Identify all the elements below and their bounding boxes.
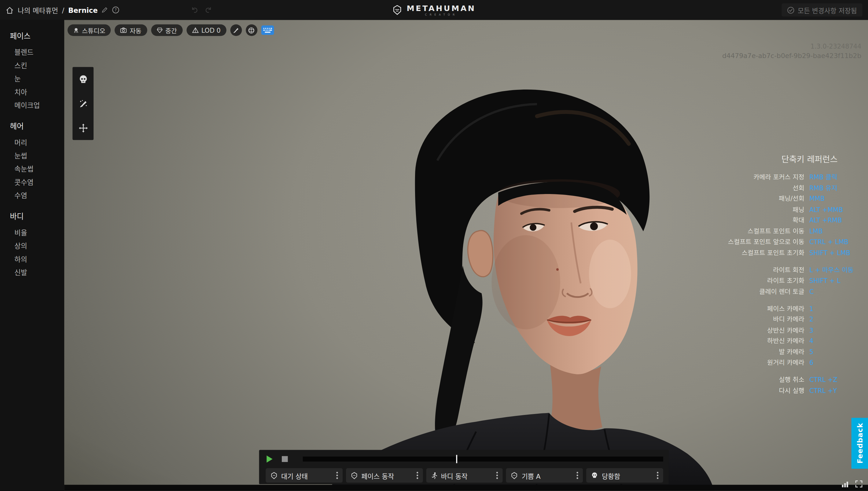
clip-idle[interactable]: 대기 상태 bbox=[266, 468, 342, 483]
shortcut-row: 패닝ALT +MMB bbox=[561, 204, 860, 213]
move-tool-button[interactable] bbox=[77, 121, 90, 135]
edit-name-icon[interactable] bbox=[102, 7, 108, 13]
clip-joy-a[interactable]: 기쁨 A bbox=[506, 468, 583, 483]
animation-clips: 대기 상태 페이스 동작 bbox=[266, 468, 663, 483]
blend-paint-tool-button[interactable] bbox=[77, 97, 90, 110]
sidebar-item-top[interactable]: 상의 bbox=[10, 239, 64, 252]
top-bar: 나의 메타휴먼 / Bernice ? METAHUMAN C bbox=[0, 0, 868, 20]
sidebar-item-bottom[interactable]: 하의 bbox=[10, 252, 64, 265]
quality-medium-button[interactable]: 중간 bbox=[151, 24, 183, 36]
stats-bars-icon[interactable] bbox=[841, 481, 849, 488]
sidebar-section-face: 페이스 bbox=[10, 30, 64, 41]
fullscreen-icon[interactable] bbox=[855, 480, 863, 488]
auto-quality-button[interactable]: 자동 bbox=[115, 24, 147, 36]
logo-title: METAHUMAN bbox=[406, 4, 475, 12]
shortcut-title: 단축키 레퍼런스 bbox=[561, 153, 860, 164]
clip-label: 대기 상태 bbox=[281, 470, 330, 480]
3d-viewport[interactable]: 스튜디오 자동 중간 LOD 0 bbox=[64, 20, 868, 491]
stop-button[interactable] bbox=[282, 456, 288, 462]
shortcut-row: 클레이 렌더 토글C bbox=[561, 286, 860, 295]
runner-icon bbox=[431, 472, 437, 479]
shortcut-reference-button[interactable] bbox=[261, 25, 274, 35]
sidebar-item-makeup[interactable]: 메이크업 bbox=[10, 98, 64, 111]
clip-label: 페이스 동작 bbox=[361, 470, 410, 480]
clay-render-button[interactable] bbox=[230, 24, 242, 36]
studio-light-icon bbox=[73, 27, 79, 33]
shortcut-reference-panel: 단축키 레퍼런스 카메라 포커스 지정RMB 클릭 선회RMB 유지 패닝/선회… bbox=[561, 153, 860, 396]
sidebar-item-skin[interactable]: 스킨 bbox=[10, 58, 64, 71]
play-button[interactable] bbox=[266, 455, 274, 463]
undo-icon[interactable] bbox=[191, 6, 199, 14]
history-controls bbox=[191, 0, 212, 20]
clip-menu-icon[interactable] bbox=[574, 470, 581, 481]
breadcrumb-current: Bernice bbox=[68, 6, 97, 14]
shortcut-row: 바디 카메라2 bbox=[561, 314, 860, 323]
shortcut-row: 실행 취소CTRL +Z bbox=[561, 375, 860, 383]
sidebar-item-blend[interactable]: 블렌드 bbox=[10, 45, 64, 58]
timeline-playhead[interactable] bbox=[456, 455, 457, 463]
sidebar-item-eyebrows[interactable]: 눈썹 bbox=[10, 148, 64, 161]
shortcut-row: 페이스 카메라1 bbox=[561, 304, 860, 312]
sidebar-item-mustache[interactable]: 콧수염 bbox=[10, 175, 64, 188]
feedback-label: Feedback bbox=[856, 423, 864, 464]
studio-lighting-button[interactable]: 스튜디오 bbox=[67, 24, 111, 36]
breadcrumb-root[interactable]: 나의 메타휴먼 bbox=[18, 5, 58, 15]
save-status-label: 모든 변경사항 저장됨 bbox=[798, 5, 857, 15]
shortcut-row: 패닝/선회MMB bbox=[561, 194, 860, 203]
sculpt-tool-palette bbox=[73, 67, 93, 140]
build-hash: d4479a7e-ab7c-b0ef-9b29-bae423f11b2b bbox=[722, 51, 861, 61]
metahuman-creator-app: 나의 메타휴먼 / Bernice ? METAHUMAN C bbox=[0, 0, 868, 491]
lod0-button[interactable]: LOD 0 bbox=[186, 24, 226, 36]
shortcut-row: 원거리 카메라6 bbox=[561, 357, 860, 366]
timeline-track[interactable] bbox=[303, 456, 663, 461]
clip-label: 당황함 bbox=[602, 470, 650, 480]
build-version: 1.3.0-23248744 bbox=[722, 42, 861, 52]
sidebar-item-head-hair[interactable]: 머리 bbox=[10, 135, 64, 148]
sidebar-item-teeth[interactable]: 치아 bbox=[10, 85, 64, 98]
shortcut-row: 스컬프트 포인트 초기화SHIFT + LMB bbox=[561, 248, 860, 257]
clip-menu-icon[interactable] bbox=[494, 470, 501, 481]
transport-controls bbox=[266, 454, 663, 464]
brush-icon bbox=[233, 27, 239, 34]
feedback-tab[interactable]: Feedback bbox=[851, 418, 868, 469]
sidebar-section-body: 바디 bbox=[10, 210, 64, 221]
sidebar-item-proportions[interactable]: 비율 bbox=[10, 225, 64, 238]
pyramid-icon bbox=[192, 27, 199, 33]
viewport-corner-controls bbox=[841, 480, 863, 488]
metahuman-head-icon bbox=[351, 472, 357, 479]
breadcrumb-separator: / bbox=[62, 6, 64, 14]
clip-embarrassed[interactable]: 당황함 bbox=[586, 468, 663, 483]
save-status-badge[interactable]: 모든 변경사항 저장됨 bbox=[782, 3, 862, 17]
metahuman-head-icon bbox=[271, 472, 278, 479]
shortcut-row: 확대ALT +RMB bbox=[561, 215, 860, 224]
clip-body-motion[interactable]: 바디 동작 bbox=[426, 468, 503, 483]
sidebar-item-beard[interactable]: 수염 bbox=[10, 188, 64, 201]
animation-playback-panel: 대기 상태 페이스 동작 bbox=[259, 450, 669, 484]
environment-button[interactable] bbox=[245, 24, 257, 36]
help-icon[interactable]: ? bbox=[112, 6, 120, 14]
face-sculpt-tool-button[interactable] bbox=[77, 73, 90, 86]
quality-label: 중간 bbox=[165, 26, 177, 34]
clip-menu-icon[interactable] bbox=[334, 470, 341, 481]
viewport-toolbar: 스튜디오 자동 중간 LOD 0 bbox=[67, 24, 274, 36]
skull-icon bbox=[591, 472, 598, 479]
clip-menu-icon[interactable] bbox=[654, 470, 661, 481]
clip-menu-icon[interactable] bbox=[414, 470, 421, 481]
auto-label: 자동 bbox=[129, 26, 141, 34]
shortcut-row: 스컬프트 포인트 앞으로 이동CTRL + LMB bbox=[561, 237, 860, 246]
redo-icon[interactable] bbox=[204, 6, 212, 14]
logo-subtitle: CREATOR bbox=[425, 13, 457, 16]
bottom-strip bbox=[64, 485, 868, 491]
check-circle-icon bbox=[787, 6, 794, 14]
home-icon[interactable] bbox=[5, 6, 14, 14]
sidebar-item-shoes[interactable]: 신발 bbox=[10, 265, 64, 278]
shortcut-row: 스컬프트 포인트 이동LMB bbox=[561, 226, 860, 235]
sidebar-item-eyes[interactable]: 눈 bbox=[10, 71, 64, 85]
sidebar-item-eyelashes[interactable]: 속눈썹 bbox=[10, 162, 64, 175]
shortcut-row: 카메라 포커스 지정RMB 클릭 bbox=[561, 172, 860, 181]
shortcut-row: 하반신 카메라4 bbox=[561, 336, 860, 345]
app-logo: METAHUMAN CREATOR bbox=[392, 0, 475, 20]
clip-face-motion[interactable]: 페이스 동작 bbox=[346, 468, 423, 483]
shortcut-row: 선회RMB 유지 bbox=[561, 183, 860, 192]
gem-icon bbox=[156, 27, 163, 33]
